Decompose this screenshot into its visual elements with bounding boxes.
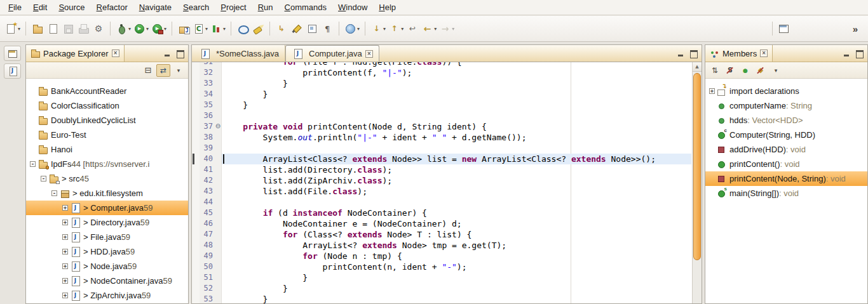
menu-navigate[interactable]: Navigate bbox=[133, 1, 177, 14]
menu-search[interactable]: Search bbox=[177, 1, 215, 14]
new-wizard-button[interactable]: ▾ bbox=[4, 20, 22, 37]
editor-tab--someclass-java[interactable]: *SomeClass.java bbox=[193, 45, 285, 62]
print-button[interactable] bbox=[76, 20, 91, 37]
run-external-tools-button[interactable]: ▶▾ bbox=[150, 20, 168, 37]
code-text[interactable]: for (Class<? extends Node> T : list) { bbox=[222, 229, 691, 240]
menu-window[interactable]: Window bbox=[332, 1, 373, 14]
scrollbar-up-icon[interactable] bbox=[693, 62, 702, 72]
expand-icon[interactable]: + bbox=[61, 220, 69, 225]
maximize-view-button[interactable] bbox=[854, 49, 865, 58]
restore-view-button[interactable] bbox=[4, 46, 21, 61]
menu-file[interactable]: File bbox=[3, 1, 27, 14]
code-text[interactable]: } bbox=[222, 283, 691, 294]
next-annotation-button[interactable]: ↓▾ bbox=[369, 20, 387, 37]
close-view-icon[interactable] bbox=[760, 50, 768, 57]
show-whitespace-button[interactable]: ¶ bbox=[320, 20, 335, 37]
code-text[interactable]: ArrayList<? extends Node> tmp = e.get(T)… bbox=[222, 240, 691, 251]
show-fields-button[interactable]: ● bbox=[738, 64, 752, 77]
tree-item[interactable]: -> src 45 bbox=[26, 171, 188, 186]
tree-item[interactable]: DoublyLinkedCyclicList bbox=[26, 113, 188, 128]
collapse-icon[interactable]: - bbox=[29, 161, 37, 167]
code-text[interactable]: } bbox=[222, 272, 691, 283]
expand-icon[interactable]: + bbox=[61, 278, 69, 284]
dropdown-arrow-icon[interactable]: ▾ bbox=[164, 26, 166, 32]
previous-annotation-button[interactable]: ↑▾ bbox=[387, 20, 405, 37]
editor-scrollbar[interactable] bbox=[692, 62, 702, 303]
code-text[interactable]: printContent(f, "|-"); bbox=[222, 67, 691, 78]
tree-item[interactable]: +> ZipArchiv.java 59 bbox=[26, 288, 188, 303]
menu-edit[interactable]: Edit bbox=[27, 1, 53, 14]
code-text[interactable]: System.out.println("|-" + ident + " " + … bbox=[222, 132, 691, 143]
members-view-tab[interactable]: Members bbox=[705, 45, 773, 62]
expand-icon[interactable]: + bbox=[61, 249, 69, 254]
menu-refactor[interactable]: Refactor bbox=[91, 1, 133, 14]
tree-item[interactable]: -IpdFs 44 [https://svnserver.i bbox=[26, 157, 188, 171]
new-java-class-button[interactable]: C▾ bbox=[191, 20, 209, 37]
java-perspective-button[interactable] bbox=[776, 20, 792, 37]
sort-button[interactable]: ⇅ bbox=[708, 64, 722, 77]
code-text[interactable]: } bbox=[222, 89, 691, 100]
save-button[interactable] bbox=[60, 20, 76, 37]
tree-item[interactable]: +> Directory.java 59 bbox=[26, 215, 188, 230]
dropdown-arrow-icon[interactable]: ▾ bbox=[452, 26, 454, 32]
member-item[interactable]: Computer(String, HDD) bbox=[705, 128, 867, 142]
expand-icon[interactable]: + bbox=[61, 263, 69, 269]
dropdown-arrow-icon[interactable]: ▾ bbox=[18, 26, 20, 32]
toggle-block-selection-button[interactable] bbox=[304, 20, 320, 37]
tree-item[interactable]: ColorClassification bbox=[26, 98, 188, 113]
code-text[interactable]: if (d instanceof NodeContainer) { bbox=[222, 208, 691, 218]
code-text[interactable]: printContent(n, ident + "-"); bbox=[222, 261, 691, 272]
code-editor[interactable]: 31 for (File f : hdd.get(File.class)) {3… bbox=[192, 62, 702, 303]
tree-item[interactable]: BankAccountReader bbox=[26, 84, 188, 98]
link-with-editor-button[interactable]: ⇄ bbox=[156, 64, 170, 77]
code-text[interactable]: } bbox=[222, 294, 691, 303]
member-item[interactable]: printContent() : void bbox=[705, 157, 867, 171]
code-text[interactable]: list.add(File.class); bbox=[222, 186, 691, 197]
menu-project[interactable]: Project bbox=[215, 1, 252, 14]
member-item[interactable]: main(String[]) : void bbox=[705, 186, 867, 201]
member-item[interactable]: +import declarations bbox=[705, 84, 867, 98]
view-menu-button[interactable]: ▾ bbox=[769, 64, 783, 77]
menu-source[interactable]: Source bbox=[53, 1, 90, 14]
new-java-project-button[interactable] bbox=[176, 20, 191, 37]
view-menu-pe-button[interactable]: ▾ bbox=[172, 64, 186, 77]
expand-icon[interactable]: + bbox=[708, 88, 716, 94]
code-text[interactable] bbox=[222, 197, 691, 208]
dropdown-arrow-icon[interactable]: ▾ bbox=[401, 26, 403, 32]
menu-commands[interactable]: Commands bbox=[279, 1, 332, 14]
collapse-icon[interactable]: - bbox=[39, 176, 48, 182]
dropdown-arrow-icon[interactable]: ▾ bbox=[383, 26, 386, 32]
last-edit-location-button[interactable]: ↩ bbox=[405, 20, 420, 37]
menu-run[interactable]: Run bbox=[252, 1, 279, 14]
editor-tab-computer-java[interactable]: Computer.java bbox=[285, 45, 379, 62]
package-explorer-view-tab[interactable]: Package Explorer bbox=[26, 45, 125, 62]
debug-button[interactable]: ▾ bbox=[114, 20, 132, 37]
close-tab-icon[interactable] bbox=[365, 50, 373, 58]
code-text[interactable]: } bbox=[222, 78, 691, 89]
menu-help[interactable]: Help bbox=[373, 1, 402, 14]
member-item[interactable]: hdds : Vector<HDD> bbox=[705, 113, 867, 128]
back-button[interactable]: ←▾ bbox=[420, 20, 438, 37]
tree-item[interactable]: +> Node.java 59 bbox=[26, 259, 188, 274]
minimize-view-button[interactable] bbox=[841, 49, 851, 58]
expand-icon[interactable]: + bbox=[61, 234, 69, 240]
open-editor-button[interactable] bbox=[4, 63, 21, 79]
dropdown-arrow-icon[interactable]: ▾ bbox=[223, 26, 226, 32]
run-button[interactable]: ▶▾ bbox=[132, 20, 150, 37]
code-text[interactable]: NodeContainer e = (NodeContainer) d; bbox=[222, 218, 691, 229]
tree-item[interactable]: +> Computer.java 59 bbox=[26, 201, 188, 215]
hide-static-button[interactable]: S bbox=[723, 64, 737, 77]
tree-item[interactable]: Euro-Test bbox=[26, 128, 188, 142]
code-text[interactable]: list.add(Directory.class); bbox=[222, 164, 691, 175]
code-text[interactable] bbox=[222, 110, 691, 121]
tree-item[interactable]: +> NodeContainer.java 59 bbox=[26, 274, 188, 288]
scrollbar-thumb[interactable] bbox=[693, 73, 701, 260]
web-browser-button[interactable]: ▾ bbox=[343, 20, 361, 37]
code-text[interactable]: private void printContent(Node d, String… bbox=[222, 121, 691, 132]
toggle-breadcrumb-button[interactable]: ↳ bbox=[274, 20, 289, 37]
fold-collapse-icon[interactable]: ⊖ bbox=[215, 121, 222, 132]
search-button[interactable] bbox=[250, 20, 266, 37]
open-type-button[interactable] bbox=[235, 20, 250, 37]
collapse-all-button[interactable]: ⊟ bbox=[141, 64, 155, 77]
member-item[interactable]: addDrive(HDD) : void bbox=[705, 142, 867, 157]
